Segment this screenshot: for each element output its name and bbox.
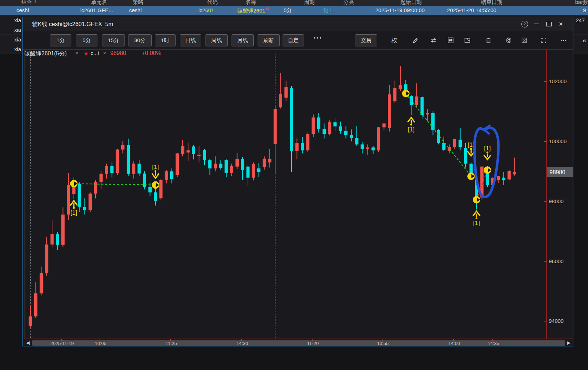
expand-icon bbox=[540, 37, 547, 44]
kline-window: 辅K线 ceshi@lc2601.GFEX_5m ? × 交易 1分5分15分3… bbox=[22, 17, 573, 346]
x-axis-label: 10:05 bbox=[95, 341, 107, 346]
more-periods-button[interactable] bbox=[314, 37, 321, 39]
trade-button[interactable]: 交易 bbox=[355, 34, 377, 46]
column-header-代码[interactable]: 代码 bbox=[207, 0, 218, 6]
sliders-icon bbox=[430, 37, 437, 44]
trash-button[interactable] bbox=[483, 35, 493, 45]
column-header-策略[interactable]: 策略 bbox=[133, 0, 143, 6]
column-header-bar数[interactable]: bar数 bbox=[575, 0, 588, 6]
nut-icon bbox=[505, 37, 512, 44]
trash-icon bbox=[485, 37, 492, 44]
window-title: 辅K线 ceshi@lc2601.GFEX_5m bbox=[32, 21, 113, 28]
close-icon: × bbox=[559, 20, 563, 28]
chart-legend: 碳酸锂2601(5分) × ◆ c...i × 98980 +0.00% bbox=[23, 50, 573, 58]
x-axis-label: 11-20 bbox=[307, 341, 319, 346]
collapse-left-button[interactable]: « bbox=[579, 35, 588, 45]
period-button-1分[interactable]: 1分 bbox=[50, 34, 71, 46]
period-button-1时[interactable]: 1时 bbox=[155, 34, 176, 46]
main-contract-badge: M bbox=[265, 7, 268, 11]
x-axis-label: 10:55 bbox=[377, 341, 389, 346]
quan-button[interactable]: 权 bbox=[389, 35, 399, 45]
table-cell-partial: xia bbox=[14, 17, 21, 23]
x-axis-scrollbar[interactable]: ◀ 2025-11-1910:0511:2514:3011-2010:5514:… bbox=[23, 340, 573, 346]
window-titlebar[interactable]: 辅K线 ceshi@lc2601.GFEX_5m ? × bbox=[23, 17, 573, 31]
table-cell: 9 bbox=[583, 7, 586, 13]
help-button[interactable]: ? bbox=[519, 19, 530, 29]
period-button-30分[interactable]: 30分 bbox=[128, 34, 152, 46]
column-header-结束日期[interactable]: 结束日期 bbox=[481, 0, 502, 6]
minimize-button[interactable] bbox=[531, 19, 542, 29]
scroll-right-arrow-icon[interactable]: ▶ bbox=[567, 340, 571, 345]
x-axis-label: 14:35 bbox=[488, 341, 500, 346]
table-cell: lc2601.GFE... bbox=[80, 7, 113, 13]
expand-button[interactable] bbox=[539, 35, 549, 45]
period-button-15分[interactable]: 15分 bbox=[102, 34, 125, 46]
legend-change-pct: +0.00% bbox=[142, 50, 161, 56]
box-x-icon bbox=[521, 37, 528, 44]
minimize-icon bbox=[534, 24, 539, 24]
table-row-selected[interactable]: ceshilc2601.GFE...ceshilc2601碳酸锂2601M5分化… bbox=[0, 6, 588, 15]
help-icon: ? bbox=[521, 21, 528, 28]
table-header-row: 组合单元名策略代码名称周期分类起始日期结束日期bar数 bbox=[0, 0, 588, 6]
legend-last-price: 98980 bbox=[110, 50, 126, 56]
period-button-月线[interactable]: 月线 bbox=[232, 34, 254, 46]
table-cell: lc2601 bbox=[198, 7, 214, 13]
table-cell: 化工 bbox=[323, 7, 334, 14]
table-cell: 2025-11-20 14:55:00 bbox=[447, 7, 496, 13]
x-axis-label: 14:00 bbox=[448, 341, 460, 346]
bar-count-value: 247 bbox=[576, 17, 585, 23]
column-header-起始日期[interactable]: 起始日期 bbox=[400, 0, 422, 6]
legend-series-remove-icon[interactable]: × bbox=[103, 50, 106, 56]
column-header-分类[interactable]: 分类 bbox=[343, 0, 354, 6]
collapse-left-icon: « bbox=[583, 36, 587, 44]
x-axis-label: 11:25 bbox=[166, 341, 177, 346]
column-header-名称[interactable]: 名称 bbox=[245, 0, 256, 6]
table-cell: ceshi bbox=[129, 7, 142, 13]
trading-app: 组合单元名策略代码名称周期分类起始日期结束日期bar数 ceshilc2601.… bbox=[0, 0, 588, 370]
pencil-button[interactable] bbox=[410, 35, 420, 45]
box-x-button[interactable] bbox=[519, 35, 529, 45]
x-axis-label: 2025-11-19 bbox=[50, 341, 74, 346]
layout-split-button[interactable] bbox=[462, 35, 472, 45]
column-header-组合[interactable]: 组合 bbox=[21, 0, 32, 6]
more-dots-icon bbox=[560, 37, 567, 44]
more-dots-button[interactable] bbox=[558, 35, 568, 45]
legend-symbol: 碳酸锂2601(5分) bbox=[24, 50, 67, 58]
column-header-周期[interactable]: 周期 bbox=[304, 0, 315, 6]
table-cell: 碳酸锂2601M bbox=[237, 7, 269, 14]
chart-toolbar: 交易 1分5分15分30分1时日线周线月线刷新自定权« bbox=[23, 31, 573, 49]
period-button-日线[interactable]: 日线 bbox=[180, 34, 201, 46]
period-button-5分[interactable]: 5分 bbox=[76, 34, 97, 46]
table-cell-partial: xia bbox=[14, 46, 21, 52]
pencil-icon bbox=[412, 37, 419, 44]
x-axis-label: 14:30 bbox=[237, 341, 248, 346]
legend-remove-icon[interactable]: × bbox=[75, 50, 78, 56]
sort-indicator bbox=[35, 0, 36, 3]
column-header-单元名[interactable]: 单元名 bbox=[91, 0, 107, 6]
table-cell: 5分 bbox=[284, 7, 292, 14]
quan-icon: 权 bbox=[391, 36, 397, 45]
period-button-刷新[interactable]: 刷新 bbox=[258, 34, 280, 46]
table-cell: 2025-11-19 09:00:00 bbox=[375, 7, 425, 13]
sliders-button[interactable] bbox=[429, 35, 439, 45]
close-button[interactable]: × bbox=[556, 19, 566, 29]
period-button-自定[interactable]: 自定 bbox=[283, 34, 304, 46]
chart-frame-icon bbox=[447, 37, 454, 44]
legend-series: c...i bbox=[91, 50, 99, 56]
layout-split-icon bbox=[464, 37, 471, 44]
period-button-周线[interactable]: 周线 bbox=[206, 34, 228, 46]
table-cell-partial: xia bbox=[14, 36, 21, 42]
maximize-button[interactable] bbox=[543, 19, 554, 29]
scroll-left-arrow-icon[interactable]: ◀ bbox=[26, 340, 30, 345]
legend-diamond-icon: ◆ bbox=[84, 51, 88, 56]
scrollbar-thumb[interactable]: 2025-11-1910:0511:2514:3011-2010:5514:00… bbox=[32, 340, 565, 346]
nut-button[interactable] bbox=[504, 35, 514, 45]
table-cell-partial: xia bbox=[14, 27, 21, 33]
maximize-icon bbox=[546, 22, 552, 26]
table-cell: ceshi bbox=[16, 7, 29, 13]
chart-frame-button[interactable] bbox=[446, 35, 456, 45]
